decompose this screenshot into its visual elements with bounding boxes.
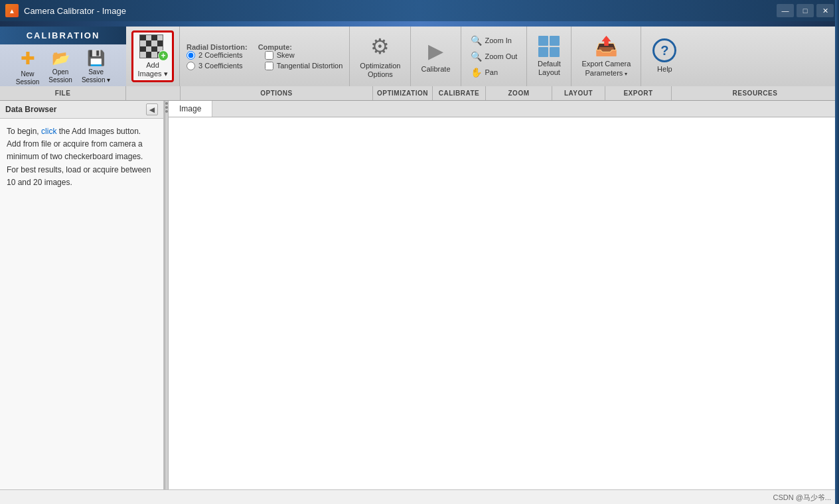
radial-distortion-label: Radial Distortion:	[187, 43, 248, 51]
status-bar: CSDN @马少爷...	[0, 489, 839, 504]
help-label: Help	[657, 65, 672, 74]
add-images-button[interactable]: + AddImages ▾	[131, 31, 174, 82]
splitter-dot-1	[165, 102, 168, 105]
coeff-2-radio[interactable]: 2 Coefficients	[187, 51, 248, 60]
zoom-out-button[interactable]: 🔍 Zoom Out	[467, 49, 522, 64]
calibrate-section-label: CALIBRATE	[433, 86, 486, 100]
calibrate-play-icon: ▶	[428, 39, 443, 62]
open-session-icon: 📂	[52, 50, 70, 67]
layout-label: DefaultLayout	[538, 60, 561, 77]
title-bar-controls: — □ ✕	[777, 4, 834, 17]
tangential-distortion-checkbox[interactable]: Tangential Distortion	[265, 62, 343, 70]
default-layout-icon	[538, 36, 560, 57]
coeff-2-label: 2 Coefficients	[198, 51, 242, 59]
pan-icon: ✋	[471, 67, 482, 78]
zoom-out-label: Zoom Out	[485, 52, 518, 60]
matlab-logo-icon: ▲	[5, 4, 19, 17]
zoom-in-icon: 🔍	[471, 35, 482, 46]
splitter-dot-2	[165, 106, 168, 109]
file-buttons: ✚ NewSession 📂 OpenSession 💾 SaveSession…	[0, 44, 126, 90]
open-session-label: OpenSession	[48, 68, 72, 84]
image-canvas	[169, 117, 839, 489]
optimization-gear-icon: ⚙	[370, 34, 390, 59]
skew-checkbox-input[interactable]	[265, 51, 273, 60]
open-session-button[interactable]: 📂 OpenSession	[44, 47, 76, 87]
coeff-3-radio[interactable]: 3 Coefficients	[187, 62, 248, 70]
new-session-icon: ✚	[21, 48, 35, 69]
zoom-out-icon: 🔍	[471, 51, 482, 62]
file-section-label: FILE	[0, 86, 126, 100]
main-content: Data Browser ◀ To begin, click the Add I…	[0, 101, 839, 489]
status-text: CSDN @马少爷...	[773, 493, 831, 503]
export-section-label: EXPORT	[605, 86, 672, 100]
ribbon: CALIBRATION ✚ NewSession 📂 OpenSession 💾…	[0, 27, 839, 101]
export-camera-params-button[interactable]: 📤 Export CameraParameters ▾	[577, 32, 635, 81]
pan-button[interactable]: ✋ Pan	[467, 65, 522, 80]
data-browser-collapse-button[interactable]: ◀	[146, 103, 158, 115]
options-section-label: OPTIONS	[181, 86, 373, 100]
compute-checkbox-group: Skew Tangential Distortion	[265, 51, 343, 70]
add-images-icon: +	[139, 34, 166, 58]
coeff-3-radio-input[interactable]	[187, 62, 195, 70]
add-images-dropdown-arrow: ▾	[164, 70, 168, 78]
add-images-section-label	[126, 86, 181, 100]
instruction-text-prefix: To begin,	[7, 127, 41, 136]
right-accent-strip	[835, 0, 839, 504]
section-labels-bar: FILE OPTIONS OPTIMIZATION CALIBRATE ZOOM…	[0, 86, 839, 101]
coeff-3-label: 3 Coefficients	[198, 62, 242, 70]
default-layout-button[interactable]: DefaultLayout	[532, 32, 566, 81]
save-session-button[interactable]: 💾 SaveSession ▾	[78, 47, 114, 87]
tangential-distortion-label: Tangential Distortion	[277, 62, 343, 70]
save-session-icon: 💾	[87, 50, 105, 67]
tab-bar: Image	[169, 101, 839, 117]
maximize-button[interactable]: □	[797, 4, 814, 17]
minimize-button[interactable]: —	[777, 4, 794, 17]
zoom-section-label: ZOOM	[486, 86, 552, 100]
calibrate-section: ▶ Calibrate	[411, 27, 461, 86]
image-tab[interactable]: Image	[169, 101, 212, 117]
splitter-dot-3	[165, 110, 168, 113]
data-browser-title: Data Browser	[5, 105, 56, 114]
optimization-section: ⚙ OptimizationOptions	[350, 27, 411, 86]
export-label: Export CameraParameters ▾	[581, 60, 631, 77]
ribbon-top-accent	[0, 21, 839, 27]
help-button[interactable]: ? Help	[648, 32, 681, 81]
image-area: Image	[169, 101, 839, 489]
calibrate-button[interactable]: ▶ Calibrate	[416, 32, 455, 81]
zoom-in-button[interactable]: 🔍 Zoom In	[467, 33, 522, 48]
optimization-section-label: OPTIMIZATION	[373, 86, 433, 100]
zoom-in-label: Zoom In	[485, 36, 512, 44]
new-session-label: NewSession	[16, 70, 40, 86]
export-section: 📤 Export CameraParameters ▾	[572, 27, 641, 86]
file-section: CALIBRATION ✚ NewSession 📂 OpenSession 💾…	[0, 27, 126, 86]
click-link[interactable]: click	[41, 127, 56, 136]
help-icon: ?	[652, 38, 676, 62]
new-session-button[interactable]: ✚ NewSession	[12, 47, 44, 87]
add-green-badge: +	[158, 50, 169, 61]
data-browser-content: To begin, click the Add Images button. A…	[0, 119, 163, 196]
zoom-section: 🔍 Zoom In 🔍 Zoom Out ✋ Pan	[461, 27, 528, 86]
data-browser-panel: Data Browser ◀ To begin, click the Add I…	[0, 101, 165, 489]
data-browser-header: Data Browser ◀	[0, 101, 163, 119]
calibration-label: CALIBRATION	[0, 27, 126, 44]
pan-label: Pan	[485, 68, 498, 76]
title-bar-left: ▲ Camera Calibrator - Image	[5, 4, 126, 17]
optimization-options-button[interactable]: ⚙ OptimizationOptions	[355, 32, 405, 81]
add-images-label: AddImages ▾	[137, 61, 167, 78]
skew-label: Skew	[277, 51, 295, 59]
coeff-2-radio-input[interactable]	[187, 51, 195, 60]
layout-section: DefaultLayout	[527, 27, 572, 86]
calibrate-label: Calibrate	[421, 65, 450, 74]
tangential-distortion-checkbox-input[interactable]	[265, 62, 273, 70]
optimization-label: OptimizationOptions	[360, 62, 400, 79]
skew-checkbox[interactable]: Skew	[265, 51, 343, 60]
compute-label: Compute:	[258, 43, 343, 51]
window-title: Camera Calibrator - Image	[24, 6, 126, 16]
compute-group: Compute: Skew Tangential Distortion	[258, 43, 343, 70]
save-session-label: SaveSession ▾	[82, 68, 110, 84]
radial-distortion-radio-group: 2 Coefficients 3 Coefficients	[187, 51, 248, 70]
close-button[interactable]: ✕	[816, 4, 834, 17]
radial-distortion-group: Radial Distortion: 2 Coefficients 3 Coef…	[187, 43, 248, 70]
resources-section: ? Help	[641, 27, 688, 86]
options-section: Radial Distortion: 2 Coefficients 3 Coef…	[180, 27, 350, 86]
